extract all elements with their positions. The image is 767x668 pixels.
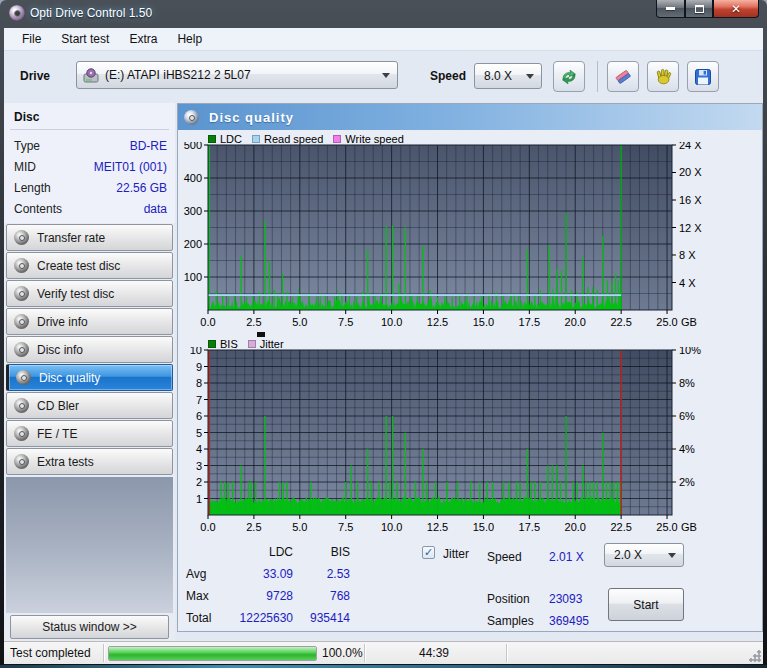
sidebar-item-label: FE / TE [37,427,77,441]
check-icon: ✓ [424,547,433,558]
stop-button[interactable] [647,61,679,92]
menu-extra[interactable]: Extra [119,29,167,49]
svg-text:10.0: 10.0 [381,521,402,533]
status-window-button[interactable]: Status window >> [10,615,169,639]
samples-stat-value: 369495 [549,614,589,629]
status-window-strip: Status window >> [4,613,175,641]
statusbar-separator [103,644,104,662]
ldc-column-header: LDC [208,545,293,560]
close-icon: ✕ [731,2,741,16]
svg-text:7: 7 [196,394,202,406]
toolbar: Drive (E:) ATAPI iHBS212 2 5L07 Speed 8.… [4,51,763,103]
disc-icon [14,258,29,273]
close-button[interactable]: ✕ [713,0,759,18]
jitter-checkbox-label: Jitter [443,547,469,562]
svg-text:20 X: 20 X [679,166,702,178]
svg-text:7.5: 7.5 [338,521,353,533]
sidebar-item-cd-bler[interactable]: CD Bler [6,392,173,419]
disc-icon [184,110,199,125]
sidebar-item-extra-tests[interactable]: Extra tests [6,448,173,475]
disc-quality-panel: Disc quality LDC Read speed Write speed … [177,103,763,632]
save-button[interactable] [687,61,719,92]
speed-select[interactable]: 8.0 X [474,63,542,89]
sidebar-item-verify-test-disc[interactable]: Verify test disc [6,280,173,307]
cursor-artifact [257,332,265,337]
svg-text:20.0: 20.0 [565,521,586,533]
disc-contents-row: Contents data [14,202,167,218]
window-title: Opti Drive Control 1.50 [30,6,152,20]
toolbar-separator [597,61,598,92]
svg-text:7.5: 7.5 [338,316,353,328]
jitter-checkbox[interactable]: ✓ [422,546,435,559]
disc-length-row: Length 22.56 GB [14,181,167,197]
statusbar-separator [506,644,507,662]
disc-length-label: Length [14,181,51,195]
disc-icon [14,314,29,329]
disc-mid-row: MID MEIT01 (001) [14,160,167,176]
svg-text:GB: GB [681,316,697,328]
sidebar-item-transfer-rate[interactable]: Transfer rate [6,224,173,251]
disc-type-value: BD-RE [130,139,167,153]
svg-text:6: 6 [196,410,202,422]
menu-file[interactable]: File [12,29,51,49]
svg-text:4: 4 [196,443,202,455]
sidebar-item-label: Transfer rate [37,231,105,245]
position-stat-value: 23093 [549,592,582,607]
maximize-button[interactable] [685,0,713,18]
maximize-icon [695,5,704,13]
sidebar-item-create-test-disc[interactable]: Create test disc [6,252,173,279]
disc-icon [14,342,29,357]
svg-text:22.5: 22.5 [610,521,631,533]
sidebar-filler [6,477,173,613]
minimize-icon [666,7,675,10]
sidebar-item-drive-info[interactable]: Drive info [6,308,173,335]
disc-icon [14,426,29,441]
menu-start-test[interactable]: Start test [51,29,119,49]
start-button[interactable]: Start [608,588,684,621]
disc-mid-label: MID [14,160,36,174]
total-bis-value: 935414 [298,611,350,626]
svg-text:15.0: 15.0 [473,316,494,328]
svg-text:400: 400 [184,172,202,184]
disc-icon [16,370,31,385]
sidebar-item-label: Disc info [37,343,83,357]
drive-select[interactable]: (E:) ATAPI iHBS212 2 5L07 [76,61,398,89]
sidebar-item-label: Disc quality [39,371,100,385]
menu-help[interactable]: Help [167,29,212,49]
svg-text:8: 8 [196,377,202,389]
disc-type-label: Type [14,139,40,153]
disc-contents-value: data [144,202,167,216]
svg-text:4%: 4% [679,443,695,455]
max-bis-value: 768 [298,589,350,604]
svg-text:5: 5 [196,427,202,439]
title-bar[interactable]: Opti Drive Control 1.50 ✕ [0,0,767,28]
refresh-button[interactable] [553,61,585,92]
panel-title: Disc quality [209,110,294,125]
sidebar-item-disc-info[interactable]: Disc info [6,336,173,363]
sidebar-item-fe-te[interactable]: FE / TE [6,420,173,447]
minimize-button[interactable] [656,0,685,18]
divider [10,129,169,130]
bis-chart: 123456789102%4%6%8%10%0.02.55.07.510.012… [178,347,762,533]
disc-length-value: 22.56 GB [116,181,167,195]
avg-ldc-value: 33.09 [208,567,293,582]
svg-text:25.0: 25.0 [656,521,677,533]
erase-button[interactable] [607,61,639,92]
svg-text:10: 10 [190,347,202,356]
status-bar: Test completed 100.0% 44:39 [4,641,763,664]
svg-text:1: 1 [196,493,202,505]
progress-bar [108,646,317,661]
svg-text:2.5: 2.5 [246,316,261,328]
disc-type-row: Type BD-RE [14,139,167,155]
svg-text:25.0: 25.0 [656,316,677,328]
svg-text:10.0: 10.0 [381,316,402,328]
sidebar-item-label: Verify test disc [37,287,114,301]
sidebar-item-disc-quality[interactable]: Disc quality [6,364,173,391]
test-speed-select[interactable]: 2.0 X [604,543,684,567]
chevron-down-icon [382,73,390,78]
progress-percent: 100.0% [322,646,363,660]
progress-fill [109,647,316,660]
resize-grip[interactable] [749,650,761,662]
svg-text:0.0: 0.0 [200,521,215,533]
eraser-icon [614,67,633,86]
